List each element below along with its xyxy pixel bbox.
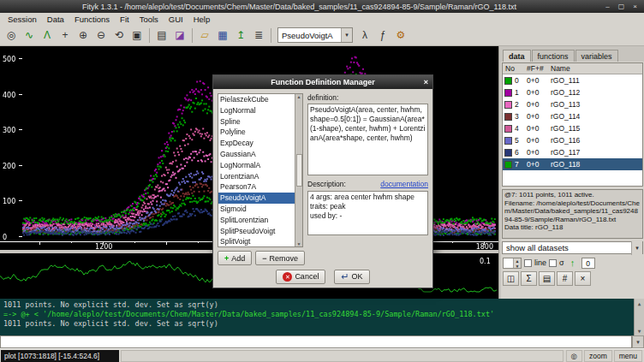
zoom-out-button[interactable]: ⊖	[92, 27, 110, 44]
dataset-row[interactable]: 00+0rGO_111	[503, 74, 642, 86]
menu-fit[interactable]: Fit	[115, 15, 134, 24]
grid-button[interactable]: #	[557, 271, 573, 286]
cancel-button[interactable]: ✕Cancel	[276, 270, 325, 284]
export-button[interactable]: ↥	[232, 27, 249, 44]
ok-button[interactable]: ↵OK	[334, 270, 369, 284]
auto-add-button[interactable]: ƒ	[374, 27, 391, 44]
sum-formula-button[interactable]: Σ	[521, 271, 537, 286]
function-type-select[interactable]: PseudoVoigtA▾	[277, 27, 353, 43]
dataset-fcount: 0+0	[527, 136, 551, 145]
scroll-down-icon[interactable]: ▼	[638, 326, 641, 335]
dataset-name: rGO_111	[551, 76, 642, 85]
dataset-number: 4	[515, 124, 527, 133]
dataset-filter-select[interactable]: show all datasets ▾	[502, 241, 643, 254]
function-item[interactable]: SplitLorentzian	[218, 215, 295, 226]
settings-button[interactable]: ⚙	[392, 27, 409, 44]
close-button[interactable]: ×	[629, 2, 641, 11]
zoom-mode-button[interactable]: ◎	[3, 27, 20, 44]
dataset-row[interactable]: 70+0rGO_118	[503, 158, 642, 170]
function-item[interactable]: Sigmoid	[218, 204, 295, 215]
data-range-mode-button[interactable]: ∿	[21, 27, 38, 44]
tab-functions[interactable]: functions	[532, 50, 575, 62]
menu-functions[interactable]: Functions	[69, 15, 115, 24]
add-button[interactable]: +Add	[218, 251, 252, 265]
dataset-row[interactable]: 30+0rGO_114	[503, 110, 642, 122]
console-scrollbar[interactable]: ▲▼	[634, 299, 644, 335]
define-function-button[interactable]: λ	[356, 27, 373, 44]
menu-gui[interactable]: GUI	[164, 15, 188, 24]
cancel-button-label: Cancel	[295, 272, 319, 281]
execute-script-button[interactable]: ≣	[250, 27, 267, 44]
function-item[interactable]: LorentzianA	[218, 171, 295, 182]
function-item[interactable]: SplitVoigt	[218, 236, 295, 247]
plot-config-button[interactable]: ◪	[171, 27, 188, 44]
plus-icon: +	[224, 254, 229, 263]
statusbar-menu[interactable]: menu	[614, 350, 642, 362]
maximize-button[interactable]: ▢	[616, 2, 627, 11]
scroll-up-icon[interactable]: ▲	[638, 299, 641, 308]
spinner-arrows-icon[interactable]: ▲▼	[513, 258, 521, 268]
sigma-checkbox-label: σ	[559, 258, 564, 267]
menu-session[interactable]: Session	[3, 15, 42, 24]
dialog-body: ▲▼ PielaszekCubeLogNormalSplinePolylineE…	[213, 89, 432, 265]
dialog-title-bar[interactable]: Function Definition Manager ×	[213, 75, 432, 89]
tab-variables[interactable]: variables	[575, 50, 618, 62]
save-session-button[interactable]: ▦	[214, 27, 231, 44]
scroll-down-icon[interactable]: ▼	[297, 241, 301, 246]
scrollbar-thumb[interactable]	[296, 154, 302, 187]
function-list-scrollbar[interactable]: ▲▼	[295, 94, 302, 246]
plot-style-button[interactable]: ◫	[503, 271, 519, 286]
dataset-table-header: No#F+#Name	[503, 63, 642, 74]
activate-data-mode-button[interactable]: +	[57, 27, 74, 44]
shift-up-icon[interactable]: ↑	[567, 258, 579, 268]
documentation-link[interactable]: documentation	[380, 180, 428, 188]
dataset-row[interactable]: 50+0rGO_116	[503, 134, 642, 146]
line-checkbox-label: line	[534, 258, 546, 267]
function-item[interactable]: PseudoVoigtA	[218, 193, 295, 204]
close-panel-button[interactable]: ×	[575, 271, 591, 286]
data-table-button[interactable]: ▤	[153, 27, 170, 44]
zoom-in-button[interactable]: ⊕	[75, 27, 92, 44]
scroll-up-icon[interactable]: ▲	[297, 94, 301, 99]
definition-text[interactable]: PseudoVoigtA(area, center, hwhm, shape=0…	[307, 104, 428, 175]
minimize-button[interactable]: –	[602, 2, 613, 11]
line-checkbox[interactable]	[524, 259, 532, 267]
dataset-fcount: 0+0	[527, 76, 551, 85]
function-item[interactable]: Polyline	[218, 127, 295, 138]
menu-help[interactable]: Help	[188, 15, 216, 24]
menu-data[interactable]: Data	[42, 15, 69, 24]
function-item[interactable]: Spline	[218, 116, 295, 128]
function-item[interactable]: SplitPseudoVoigt	[218, 226, 295, 237]
remove-button[interactable]: −Remove	[255, 251, 305, 265]
tab-data[interactable]: data	[503, 50, 531, 62]
add-peak-mode-button[interactable]: Λ	[39, 27, 56, 44]
zoom-all-button[interactable]: ▣	[128, 27, 146, 44]
open-file-button[interactable]: ▱	[196, 27, 213, 44]
dataset-row[interactable]: 20+0rGO_113	[503, 98, 642, 110]
command-input[interactable]	[0, 335, 632, 348]
data-table-button[interactable]: ▤	[539, 271, 555, 286]
function-item[interactable]: LogNormalA	[218, 160, 295, 171]
console-line: 1011 points. No explicit std. dev. Set a…	[3, 319, 632, 329]
menu-tools[interactable]: Tools	[134, 15, 164, 24]
previous-zoom-button[interactable]: ⟲	[110, 27, 128, 44]
dataset-row[interactable]: 60+0rGO_117	[503, 146, 642, 158]
dataset-name: rGO_118	[551, 160, 642, 169]
dataset-row[interactable]: 40+0rGO_115	[503, 122, 642, 134]
input-history-icon[interactable]: ▾	[632, 335, 644, 348]
function-item[interactable]: Pearson7A	[218, 181, 295, 193]
shift-value[interactable]: 0	[581, 258, 595, 269]
function-item[interactable]: ExpDecay	[218, 138, 295, 149]
function-item[interactable]: PielaszekCube	[218, 94, 295, 105]
sigma-checkbox[interactable]	[549, 259, 557, 267]
zoom-icon[interactable]: ◎	[566, 350, 582, 362]
function-item[interactable]: LogNormal	[218, 105, 295, 116]
statusbar-coordinates: plot [1073:1818] [-15.4:524.6]	[1, 350, 119, 362]
statusbar-zoom[interactable]: zoom	[584, 350, 612, 362]
point-size-spinner[interactable]: ▲▼	[503, 258, 522, 269]
dialog-close-icon[interactable]: ×	[420, 78, 432, 86]
remove-button-label: Remove	[270, 254, 299, 263]
dataset-row[interactable]: 10+0rGO_112	[503, 86, 642, 98]
function-item[interactable]: GaussianA	[218, 149, 295, 160]
sidebar-tabs: datafunctionsvariables	[501, 46, 644, 62]
